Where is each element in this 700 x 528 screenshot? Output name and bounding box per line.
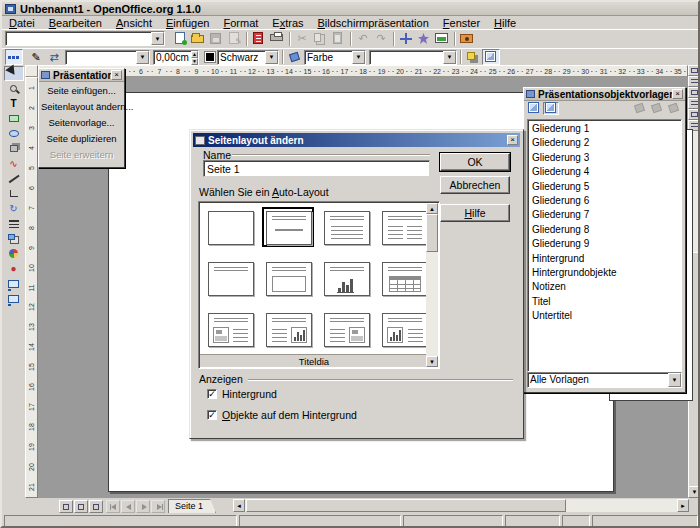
fill-format-mode-button[interactable] xyxy=(632,102,648,115)
menu-einfgen[interactable]: Einfügen xyxy=(159,17,216,29)
style-item[interactable]: Gliederung 8 xyxy=(529,223,680,237)
rotate-tool[interactable]: ↻ xyxy=(4,201,24,216)
style-item[interactable]: Gliederung 3 xyxy=(529,151,680,165)
spin-up-icon[interactable]: ▲ xyxy=(191,51,198,58)
3d-objects-tool[interactable] xyxy=(4,141,24,156)
dropdown-arrow-icon[interactable]: ▼ xyxy=(151,32,164,45)
drawing-view-button[interactable] xyxy=(688,65,700,76)
menu-ansicht[interactable]: Ansicht xyxy=(109,17,159,29)
ellipse-tool[interactable] xyxy=(4,126,24,141)
dropdown-arrow-icon[interactable]: ▼ xyxy=(668,373,681,387)
spin-down-icon[interactable]: ▼ xyxy=(191,58,198,65)
help-button[interactable]: Hilfe xyxy=(440,204,510,222)
line-style-icon[interactable]: ✎ xyxy=(27,49,45,65)
notes-view-button[interactable] xyxy=(688,98,700,109)
copy-button[interactable] xyxy=(311,31,329,47)
fill-style-button[interactable] xyxy=(286,49,304,65)
line-width-value[interactable]: 0,00cm xyxy=(154,51,191,64)
edit-points-button[interactable] xyxy=(5,49,23,65)
style-item[interactable]: Gliederung 7 xyxy=(529,208,680,222)
fill-color-combobox[interactable]: ▼ xyxy=(369,50,457,65)
close-icon[interactable]: × xyxy=(507,135,518,145)
presentation-toolbar-titlebar[interactable]: Präsentation × xyxy=(39,69,124,82)
arrange-tool[interactable] xyxy=(4,231,24,246)
pres-item-seitenlayout-ndern[interactable]: Seitenlayout ändern... xyxy=(39,98,124,114)
layout-option-title-table[interactable] xyxy=(382,262,428,296)
style-filter-value[interactable]: Alle Vorlagen xyxy=(528,373,668,387)
effects-tool[interactable] xyxy=(4,246,24,261)
stylist-titlebar[interactable]: Präsentationsobjektvorlagen × xyxy=(524,88,685,101)
style-item[interactable]: Titel xyxy=(529,295,680,309)
layout-option-title-chart-text[interactable] xyxy=(382,313,428,347)
style-item[interactable]: Hintergrund xyxy=(529,252,680,266)
layout-option-title-only[interactable] xyxy=(208,262,254,296)
vertical-ruler[interactable]: 123456789101112131415161718192021 xyxy=(25,77,38,498)
dropdown-arrow-icon[interactable]: ▼ xyxy=(443,51,456,64)
style-item[interactable]: Gliederung 2 xyxy=(529,136,680,150)
layout-scrollbar-thumb[interactable] xyxy=(426,214,438,252)
presentation-styles-button[interactable] xyxy=(543,102,559,115)
rectangle-tool[interactable] xyxy=(4,111,24,126)
stylist-button[interactable] xyxy=(415,31,433,47)
new-document-button[interactable] xyxy=(171,31,189,47)
insert-graphics-button[interactable] xyxy=(458,31,476,47)
window-titlebar[interactable]: Unbenannt1 - OpenOffice.org 1.1.0 xyxy=(2,2,698,16)
export-pdf-button[interactable] xyxy=(250,31,268,47)
scroll-down-icon[interactable]: ▼ xyxy=(688,486,700,498)
connector-tool[interactable] xyxy=(4,186,24,201)
line-color-value[interactable]: Schwarz xyxy=(218,51,265,64)
close-icon[interactable]: × xyxy=(672,89,683,99)
first-page-button[interactable] xyxy=(106,500,120,513)
slide-view-button[interactable] xyxy=(688,87,700,98)
save-document-button[interactable] xyxy=(207,31,225,47)
layout-option-title-text-img[interactable] xyxy=(324,313,370,347)
undo-button[interactable]: ↶ xyxy=(354,31,372,47)
line-color-combobox[interactable]: Schwarz ▼ xyxy=(217,50,279,65)
open-document-button[interactable] xyxy=(189,31,207,47)
style-item[interactable]: Gliederung 1 xyxy=(529,122,680,136)
line-style-value[interactable] xyxy=(66,51,136,64)
layout-option-title-sub[interactable] xyxy=(266,211,312,245)
redo-button[interactable]: ↷ xyxy=(372,31,390,47)
style-filter-combobox[interactable]: Alle Vorlagen ▼ xyxy=(527,372,682,388)
print-file-button[interactable] xyxy=(268,31,286,47)
last-page-button[interactable] xyxy=(151,500,165,513)
layout-option-title-bullets[interactable] xyxy=(324,211,370,245)
edit-file-button[interactable]: ✎ xyxy=(225,31,243,47)
interaction-tool[interactable] xyxy=(4,276,24,291)
layout-option-title-2col[interactable] xyxy=(382,211,428,245)
ok-button[interactable]: OK xyxy=(440,153,510,171)
scroll-right-icon[interactable]: ► xyxy=(677,499,689,512)
style-item[interactable]: Untertitel xyxy=(529,309,680,323)
scroll-down-icon[interactable]: ▼ xyxy=(426,356,438,367)
3d-controller-tool[interactable]: ● xyxy=(4,261,24,276)
checkbox-check-icon[interactable]: ✓ xyxy=(207,410,217,420)
tab-seite-1[interactable]: Seite 1 xyxy=(168,499,216,513)
scroll-left-icon[interactable]: ◄ xyxy=(233,499,245,512)
fill-type-value[interactable]: Farbe xyxy=(305,51,352,64)
url-combobox[interactable]: ▼ xyxy=(5,31,165,46)
select-tool[interactable] xyxy=(4,66,24,81)
layout-option-blank[interactable] xyxy=(208,211,254,245)
new-style-from-selection-button[interactable] xyxy=(649,102,665,115)
zoom-tool[interactable] xyxy=(4,81,24,96)
layout-scrollbar[interactable]: ▲ ▼ xyxy=(426,203,438,367)
layout-option-title-box[interactable] xyxy=(266,262,312,296)
dialog-titlebar[interactable]: Seitenlayout ändern × xyxy=(193,133,520,147)
lines-arrows-tool[interactable] xyxy=(4,171,24,186)
layer-mode-button[interactable] xyxy=(89,500,103,513)
alignment-tool[interactable] xyxy=(4,216,24,231)
menu-bildschirmprsentation[interactable]: Bildschirmpräsentation xyxy=(311,17,436,29)
pres-item-seite-duplizieren[interactable]: Seite duplizieren xyxy=(39,130,124,146)
pres-item-seite-einf-gen[interactable]: Seite einfügen... xyxy=(39,82,124,98)
background-checkbox[interactable]: ✓ Hintergrund xyxy=(207,388,277,400)
arrow-ends-icon[interactable]: ⇄ xyxy=(45,49,63,65)
layout-option-title-img-text[interactable] xyxy=(208,313,254,347)
close-icon[interactable]: × xyxy=(111,70,122,80)
shadow-button[interactable] xyxy=(464,49,482,65)
fill-color-value[interactable] xyxy=(370,51,443,64)
menu-bearbeiten[interactable]: Bearbeiten xyxy=(42,17,109,29)
url-combobox-value[interactable] xyxy=(6,32,151,45)
gallery-button[interactable] xyxy=(433,31,451,47)
style-item[interactable]: Gliederung 9 xyxy=(529,237,680,251)
